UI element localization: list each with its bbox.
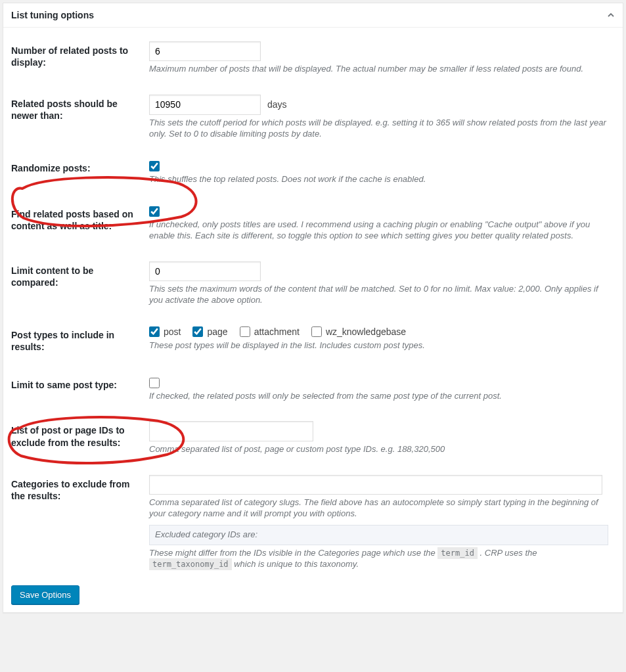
input-exclude-cats[interactable] (149, 475, 602, 495)
label-randomize: Randomize posts: (11, 149, 143, 194)
desc-excluded-ids: These might differ from the IDs visible … (149, 548, 608, 570)
checkbox-content-title[interactable] (149, 206, 160, 217)
save-button[interactable]: Save Options (11, 585, 79, 604)
label-num-posts: Number of related posts to display: (11, 32, 143, 85)
checkbox-attachment[interactable] (240, 326, 250, 337)
label-exclude-cats: Categories to exclude from the results: (11, 465, 143, 580)
desc-limit-content: This sets the maximum words of the conte… (149, 284, 608, 306)
row-exclude-ids: List of post or page IDs to exclude from… (11, 411, 615, 464)
checkbox-randomize[interactable] (149, 161, 160, 171)
label-same-post-type: Limit to same post type: (11, 366, 143, 411)
row-post-types: Post types to include in results: post p… (11, 316, 615, 366)
checkbox-page[interactable] (192, 326, 203, 337)
row-exclude-cats: Categories to exclude from the results: … (11, 465, 615, 580)
option-wz-knowledgebase[interactable]: wz_knowledgebase (311, 326, 406, 338)
panel-header: List tuning options (3, 3, 623, 28)
row-num-posts: Number of related posts to display: Maxi… (11, 32, 615, 85)
input-exclude-ids[interactable] (149, 421, 313, 441)
row-newer-than: Related posts should be newer than: days… (11, 85, 615, 149)
label-content-title: Find related posts based on content as w… (11, 195, 143, 252)
option-page[interactable]: page (192, 326, 227, 338)
checkbox-post[interactable] (149, 326, 160, 337)
code-term-taxonomy-id: term_taxonomy_id (149, 558, 232, 570)
input-newer-than[interactable] (149, 95, 261, 114)
desc-post-types: These post types will be displayed in th… (149, 340, 608, 351)
input-num-posts[interactable] (149, 41, 261, 61)
checkbox-same-post-type[interactable] (149, 378, 160, 388)
input-limit-content[interactable] (149, 261, 261, 281)
desc-same-post-type: If checked, the related posts will only … (149, 391, 608, 402)
post-type-options: post page attachment wz_knowledgebase (149, 326, 608, 338)
checkbox-wz-knowledgebase[interactable] (311, 326, 322, 337)
panel-toggle[interactable] (599, 3, 623, 27)
label-post-types: Post types to include in results: (11, 316, 143, 366)
option-attachment[interactable]: attachment (240, 326, 300, 338)
desc-content-title: If unchecked, only posts titles are used… (149, 219, 608, 242)
row-same-post-type: Limit to same post type: If checked, the… (11, 366, 615, 411)
panel-body: Number of related posts to display: Maxi… (3, 32, 623, 612)
desc-exclude-ids: Comma separated list of post, page or cu… (149, 444, 608, 455)
label-newer-than: Related posts should be newer than: (11, 85, 143, 149)
code-term-id: term_id (437, 547, 478, 559)
label-exclude-ids: List of post or page IDs to exclude from… (11, 411, 143, 464)
label-limit-content: Limit content to be compared: (11, 252, 143, 316)
row-randomize: Randomize posts: This shuffles the top r… (11, 149, 615, 194)
settings-panel: List tuning options Number of related po… (3, 3, 623, 613)
panel-title: List tuning options (3, 5, 102, 26)
option-post[interactable]: post (149, 326, 181, 338)
unit-days: days (267, 99, 287, 110)
desc-num-posts: Maximum number of posts that will be dis… (149, 64, 608, 75)
excluded-ids-box: Excluded category IDs are: (149, 525, 608, 545)
form-table: Number of related posts to display: Maxi… (11, 32, 615, 580)
desc-randomize: This shuffles the top related posts. Doe… (149, 174, 608, 185)
chevron-up-icon (608, 12, 614, 18)
desc-newer-than: This sets the cutoff period for which po… (149, 118, 608, 140)
row-content-title: Find related posts based on content as w… (11, 195, 615, 252)
row-limit-content: Limit content to be compared: This sets … (11, 252, 615, 316)
desc-exclude-cats: Comma separated list of category slugs. … (149, 497, 608, 520)
